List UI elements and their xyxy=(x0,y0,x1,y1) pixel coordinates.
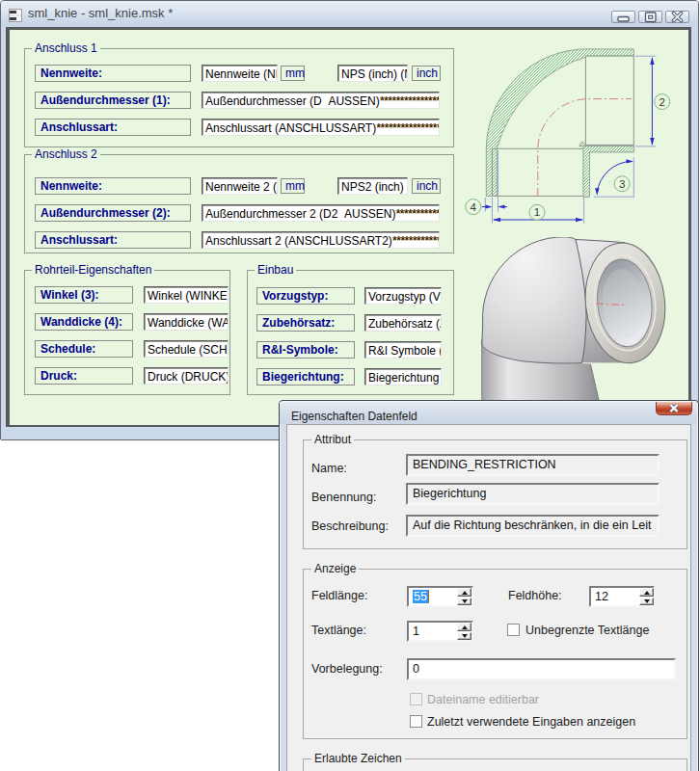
svg-text:2: 2 xyxy=(659,96,664,108)
svg-text:3: 3 xyxy=(619,178,625,190)
svg-text:1: 1 xyxy=(534,206,540,218)
svg-text:4: 4 xyxy=(471,201,477,213)
